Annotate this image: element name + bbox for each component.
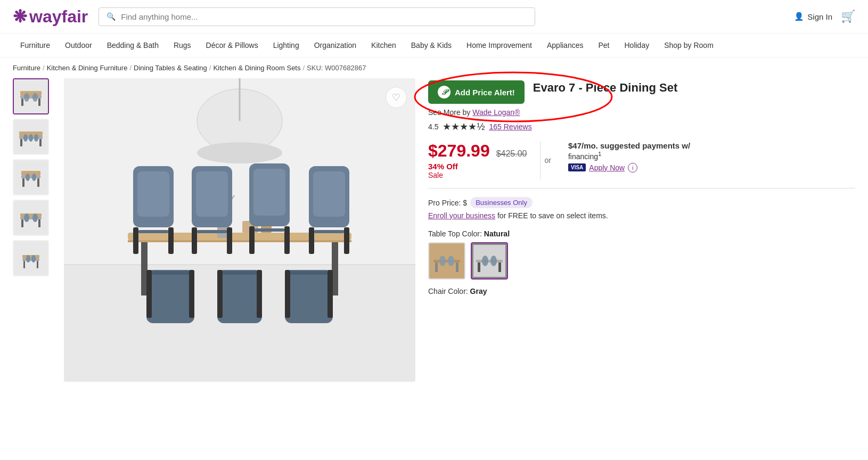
wayfair-logo[interactable]: ❋ wayfair	[13, 6, 88, 27]
swatch-gray[interactable]	[471, 242, 508, 280]
table-color-value: Natural	[484, 229, 510, 238]
visa-icon: VISA	[568, 163, 586, 171]
discount-badge: 34% Off	[428, 162, 527, 171]
nav-item-outdoor[interactable]: Outdoor	[58, 34, 100, 57]
brand-row: See More by Wade Logan®	[428, 108, 855, 117]
current-price: $279.99	[428, 141, 490, 161]
svg-rect-69	[146, 270, 152, 318]
reviews-link[interactable]: 165 Reviews	[489, 122, 531, 131]
svg-rect-65	[309, 227, 314, 254]
svg-rect-77	[217, 270, 223, 318]
svg-rect-78	[257, 270, 262, 318]
svg-rect-37	[128, 233, 351, 240]
price-left: $279.99 $425.00 34% Off Sale	[428, 141, 541, 179]
businesses-only-badge: Businesses Only	[470, 197, 533, 208]
rating-row: 4.5 ★★★★½ 165 Reviews	[428, 121, 855, 133]
svg-point-30	[31, 255, 36, 262]
svg-rect-82	[433, 260, 460, 262]
product-info-panel: 𝒫 Add Price Alert! Evaro 7 - Piece Dinin…	[428, 78, 855, 382]
nav-item-holiday[interactable]: Holiday	[617, 34, 657, 57]
nav-item-kitchen[interactable]: Kitchen	[364, 34, 404, 57]
nav-item-rugs[interactable]: Rugs	[166, 34, 199, 57]
monthly-payment: $47/mo. suggested payments w/	[568, 141, 690, 150]
star-rating: ★★★★½	[443, 121, 485, 133]
price-section: $279.99 $425.00 34% Off Sale or $47/mo. …	[428, 141, 855, 188]
svg-rect-88	[476, 260, 503, 262]
enroll-row: Enroll your business for FREE to save on…	[428, 211, 855, 220]
svg-rect-74	[327, 270, 333, 318]
pro-price-label: Pro Price: $	[428, 199, 467, 207]
svg-rect-72	[285, 270, 333, 323]
svg-point-86	[448, 256, 454, 266]
cart-button[interactable]: 🛒	[841, 10, 855, 23]
swatch-natural[interactable]	[428, 242, 465, 280]
table-color-section: Table Top Color: Natural	[428, 229, 855, 280]
search-bar[interactable]: 🔍	[99, 7, 535, 26]
svg-point-17	[26, 174, 30, 181]
title-row: 𝒫 Add Price Alert! Evaro 7 - Piece Dinin…	[428, 80, 855, 104]
svg-rect-73	[285, 270, 290, 318]
svg-rect-68	[146, 270, 194, 323]
svg-rect-14	[21, 171, 40, 175]
breadcrumb-furniture[interactable]: Furniture	[13, 64, 40, 72]
info-icon[interactable]: i	[628, 163, 637, 172]
user-icon: 👤	[794, 12, 804, 21]
breadcrumb-kitchen-dining[interactable]: Kitchen & Dining Furniture	[47, 64, 128, 72]
nav-item-appliances[interactable]: Appliances	[539, 34, 591, 57]
enroll-link[interactable]: Enroll your business	[428, 211, 495, 220]
breadcrumb-dining-tables[interactable]: Dining Tables & Seating	[134, 64, 207, 72]
thumbnail-5[interactable]	[13, 240, 49, 276]
svg-point-12	[34, 134, 38, 142]
nav-item-shop-by-room[interactable]: Shop by Room	[657, 34, 721, 57]
nav-item-pet[interactable]: Pet	[591, 34, 617, 57]
svg-point-85	[439, 256, 446, 266]
svg-point-91	[482, 256, 488, 266]
main-content: ♡ 𝒫 Add Price Alert! Evaro 7 - Piece Din…	[0, 78, 868, 382]
svg-rect-62	[255, 228, 284, 232]
pro-price-row: Pro Price: $ Businesses Only	[428, 197, 855, 208]
svg-rect-75	[290, 271, 327, 275]
svg-rect-67	[314, 230, 344, 233]
apply-now-link[interactable]: Apply Now	[589, 163, 625, 172]
svg-rect-51	[168, 227, 174, 254]
svg-point-92	[490, 256, 497, 266]
rating-number: 4.5	[428, 122, 438, 131]
search-icon: 🔍	[107, 12, 116, 21]
svg-point-24	[32, 213, 38, 222]
svg-rect-38	[128, 240, 351, 242]
price-alert-button[interactable]: 𝒫 Add Price Alert!	[428, 80, 525, 104]
svg-rect-60	[249, 226, 255, 254]
thumbnail-4[interactable]	[13, 200, 49, 236]
svg-rect-59	[253, 169, 285, 216]
svg-rect-90	[498, 262, 501, 272]
main-product-image: ♡	[64, 78, 415, 382]
search-input[interactable]	[121, 12, 527, 21]
breadcrumb-sku: SKU: W007682867	[307, 64, 366, 72]
svg-rect-22	[38, 219, 40, 227]
nav-item-organization[interactable]: Organization	[307, 34, 364, 57]
financing-row: VISA Apply Now i	[568, 163, 690, 172]
nav-item-furniture[interactable]: Furniture	[13, 34, 58, 57]
thumbnail-1[interactable]	[13, 78, 49, 114]
original-price: $425.00	[496, 149, 527, 159]
sign-in-button[interactable]: 👤 Sign In	[794, 12, 832, 21]
nav-item-lighting[interactable]: Lighting	[266, 34, 307, 57]
svg-rect-1	[20, 91, 42, 95]
svg-rect-0	[20, 95, 42, 98]
svg-rect-28	[37, 261, 38, 268]
thumbnail-3[interactable]	[13, 159, 49, 195]
nav-item-home-improvement[interactable]: Home Improvement	[459, 34, 539, 57]
brand-link[interactable]: Wade Logan®	[472, 108, 520, 117]
svg-point-11	[29, 134, 33, 142]
chair-color-value: Gray	[470, 287, 487, 295]
nav-item-bedding[interactable]: Bedding & Bath	[100, 34, 166, 57]
wishlist-button[interactable]: ♡	[386, 87, 407, 108]
nav-item-baby[interactable]: Baby & Kids	[404, 34, 459, 57]
thumbnail-2[interactable]	[13, 119, 49, 155]
breadcrumb-dining-sets[interactable]: Kitchen & Dining Room Sets	[213, 64, 300, 72]
svg-rect-8	[20, 139, 22, 146]
svg-rect-61	[284, 226, 290, 254]
svg-rect-55	[192, 227, 197, 254]
nav-item-decor[interactable]: Décor & Pillows	[199, 34, 266, 57]
svg-rect-13	[21, 175, 40, 178]
